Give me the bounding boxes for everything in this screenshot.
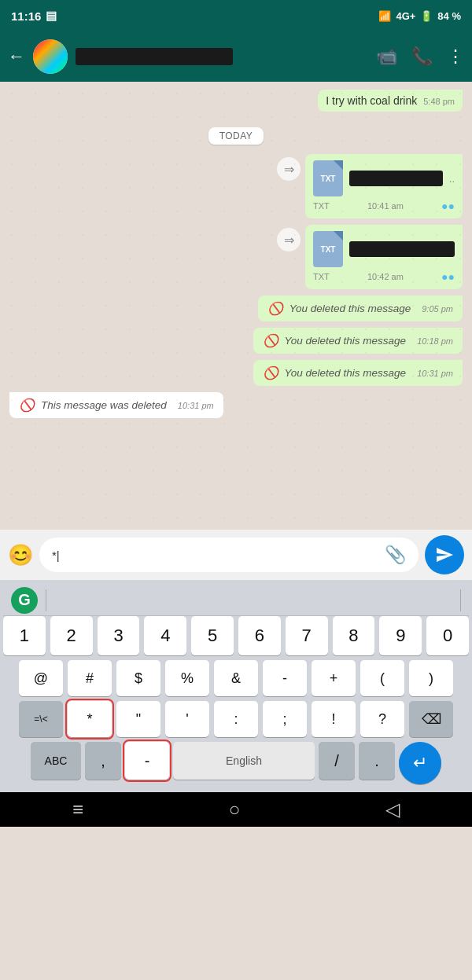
previous-message-text: I try with coal drink — [326, 94, 417, 107]
key-6[interactable]: 6 — [238, 616, 281, 655]
deleted-icon-1: 🚫 — [267, 301, 283, 316]
contact-name-redacted — [76, 48, 233, 65]
attach-button[interactable]: 📎 — [385, 545, 406, 565]
keyboard: G 1 2 3 4 5 6 7 8 9 0 @ # $ % & - + ( ) … — [0, 580, 472, 792]
key-2[interactable]: 2 — [50, 616, 93, 655]
key-ampersand[interactable]: & — [214, 660, 258, 696]
key-dash[interactable]: - — [125, 742, 169, 780]
key-question[interactable]: ? — [360, 701, 404, 737]
key-comma[interactable]: , — [85, 742, 121, 780]
message-input-text[interactable]: *| — [52, 549, 60, 562]
symbol-row-1: @ # $ % & - + ( ) — [3, 660, 469, 696]
key-7[interactable]: 7 — [286, 616, 328, 655]
key-minus[interactable]: - — [263, 660, 307, 696]
more-options-button[interactable]: ⋮ — [447, 46, 464, 67]
deleted-icon-3: 🚫 — [263, 365, 278, 380]
file-type-icon-1: TXT — [313, 160, 343, 196]
grammarly-logo[interactable]: G — [11, 587, 38, 614]
key-9[interactable]: 9 — [379, 616, 422, 655]
file-name-redacted-2 — [349, 241, 455, 257]
key-backspace[interactable]: ⌫ — [409, 701, 453, 737]
battery-level: 84 % — [437, 10, 461, 22]
input-area: 😊 *| 📎 — [0, 530, 472, 580]
emoji-button[interactable]: 😊 — [8, 543, 33, 567]
bottom-nav: ≡ ○ ◁ — [0, 792, 472, 827]
key-8[interactable]: 8 — [333, 616, 375, 655]
deleted-icon-2: 🚫 — [263, 333, 278, 348]
nav-back-button[interactable]: ◁ — [385, 798, 400, 820]
forward-icon-2: ⇒ — [277, 228, 301, 251]
nav-menu-button[interactable]: ≡ — [72, 798, 83, 820]
phone-call-button[interactable]: 📞 — [411, 46, 433, 67]
deleted-sent-2-time: 10:18 pm — [417, 336, 453, 346]
file-message-2-row: ⇒ TXT TXT 10:42 am ●● — [9, 225, 463, 289]
key-hash[interactable]: # — [68, 660, 112, 696]
today-divider: TODAY — [9, 127, 463, 145]
deleted-sent-3-text: You deleted this message — [285, 367, 407, 379]
grammarly-bar: G — [3, 585, 469, 616]
send-button[interactable] — [425, 535, 464, 574]
today-badge: TODAY — [208, 127, 264, 145]
time-display: 11:16 — [11, 9, 41, 23]
file-message-1-bubble[interactable]: TXT .. TXT 10:41 am ●● — [305, 154, 463, 218]
key-enter[interactable]: ↵ — [399, 742, 441, 784]
avatar[interactable] — [33, 39, 68, 74]
key-semicolon[interactable]: ; — [263, 701, 307, 737]
key-asterisk[interactable]: * — [68, 701, 112, 737]
symbol-row-2: =\< * " ' : ; ! ? ⌫ — [3, 701, 469, 737]
deleted-icon-received: 🚫 — [19, 398, 35, 413]
key-english[interactable]: English — [173, 742, 315, 780]
deleted-sent-1-time: 9:05 pm — [422, 304, 453, 314]
key-plus[interactable]: + — [312, 660, 356, 696]
key-slash[interactable]: / — [319, 742, 355, 780]
key-1[interactable]: 1 — [3, 616, 46, 655]
deleted-sent-1-text: You deleted this message — [289, 303, 411, 314]
deleted-received-time: 10:31 pm — [178, 401, 214, 410]
message-input-container[interactable]: *| 📎 — [39, 538, 419, 572]
key-open-paren[interactable]: ( — [360, 660, 404, 696]
grammarly-divider-2 — [460, 589, 461, 611]
nav-home-button[interactable]: ○ — [229, 798, 241, 820]
key-abc[interactable]: ABC — [31, 742, 81, 780]
deleted-sent-1-bubble: 🚫 You deleted this message 9:05 pm — [258, 295, 463, 321]
deleted-sent-3-row: 🚫 You deleted this message 10:31 pm — [9, 360, 463, 386]
key-percent[interactable]: % — [165, 660, 209, 696]
key-double-quote[interactable]: " — [116, 701, 160, 737]
file-time-2: 10:42 am — [367, 272, 404, 281]
file-type-icon-2: TXT — [313, 231, 343, 267]
file-label-1: TXT — [313, 201, 330, 211]
key-5[interactable]: 5 — [191, 616, 234, 655]
key-equals-backslash-lt[interactable]: =\< — [19, 701, 63, 737]
key-colon[interactable]: : — [214, 701, 258, 737]
status-bar: 11:16 ▤ 📶 4G+ 🔋 84 % — [0, 0, 472, 31]
network-type: 4G+ — [396, 10, 415, 22]
key-single-quote[interactable]: ' — [165, 701, 209, 737]
key-at[interactable]: @ — [19, 660, 63, 696]
carrier-icon: ▤ — [46, 9, 57, 23]
deleted-received-bubble: 🚫 This message was deleted 10:31 pm — [9, 392, 223, 418]
read-ticks-1: ●● — [441, 200, 455, 212]
previous-message-time: 5:48 pm — [423, 97, 455, 106]
key-period[interactable]: . — [359, 742, 395, 780]
chat-header: ← 📹 📞 ⋮ — [0, 31, 472, 82]
key-4[interactable]: 4 — [144, 616, 186, 655]
file-message-2-bubble[interactable]: TXT TXT 10:42 am ●● — [305, 225, 463, 289]
key-exclaim[interactable]: ! — [312, 701, 356, 737]
deleted-sent-2-row: 🚫 You deleted this message 10:18 pm — [9, 328, 463, 354]
battery-icon: 🔋 — [420, 10, 433, 22]
deleted-sent-3-bubble: 🚫 You deleted this message 10:31 pm — [253, 360, 463, 386]
signal-bars: 📶 — [378, 10, 391, 22]
file-name-redacted-1 — [349, 171, 443, 186]
file-label-2: TXT — [313, 272, 330, 281]
key-close-paren[interactable]: ) — [409, 660, 453, 696]
deleted-sent-2-bubble: 🚫 You deleted this message 10:18 pm — [253, 328, 463, 354]
key-0[interactable]: 0 — [426, 616, 469, 655]
key-dollar[interactable]: $ — [116, 660, 160, 696]
back-button[interactable]: ← — [8, 46, 25, 67]
read-ticks-2: ●● — [441, 270, 455, 283]
file-message-1-row: ⇒ TXT .. TXT 10:41 am ●● — [9, 154, 463, 218]
video-call-button[interactable]: 📹 — [376, 46, 397, 67]
bottom-row: ABC , - English / . ↵ — [3, 742, 469, 784]
key-3[interactable]: 3 — [98, 616, 140, 655]
previous-message-bubble: I try with coal drink 5:48 pm — [318, 90, 463, 112]
